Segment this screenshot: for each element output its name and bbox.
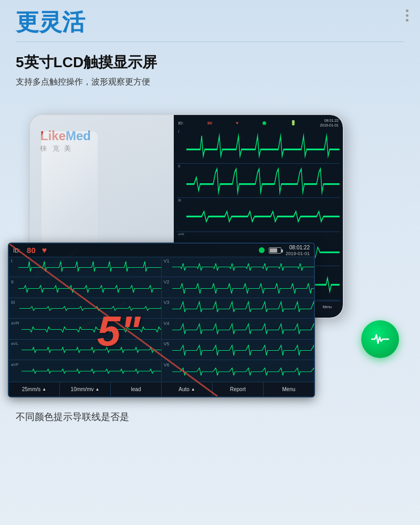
ecg-time-display: 08:01:22 2019-01-01 [286,244,310,257]
bottom-text-section: 不同颜色提示导联线是否是 [0,405,420,434]
menu-label: Menu [282,386,295,392]
ecg-row-i: I [9,257,162,277]
ecg-grid: I V1 II V2 III [9,257,314,382]
lead-label-iii: III [178,198,181,202]
top-section: 更灵活 [0,0,420,37]
lead-btn-label: lead [131,386,141,392]
feature-section: 5英寸LCD触摸显示屏 支持多点触控操作，波形观察更方便 [0,52,420,96]
ecg-time: 08:01:22 [286,244,310,251]
lead-avr-label: aVR [11,321,19,326]
report-label: Report [230,386,246,392]
device-area: LikeMed 徕 克 美 ID: 80 ♥ 🔋 08:01:222019-01… [0,101,420,405]
lead-label-avr: aVR [178,233,184,236]
ecg-date: 2019-01-01 [286,251,310,257]
lead-avf-wave [22,361,162,381]
ecg-bpm-value: 80 [27,246,36,255]
gain-arrow: ▲ [95,387,99,392]
dot-3 [406,19,408,22]
ecg-row-v2: V2 [162,278,314,298]
size-label: 5" [97,307,140,355]
lead-v6-label: V6 [164,362,170,368]
lead-i-label: I [11,258,13,264]
ecg-row-v6: V6 [162,361,314,381]
toolbar-report-btn[interactable]: Report [213,382,264,396]
ecg-wave-ii [186,164,340,197]
ecg-main-toolbar: 25mm/s ▲ 10mm/mv ▲ lead Auto ▲ Report [9,382,314,396]
lead-v4-wave [172,320,314,339]
small-heart: ♥ [236,121,239,125]
ecg-id-label: ID: [13,247,20,254]
speed-arrow: ▲ [42,387,46,392]
gain-label: 10mm/mv [71,386,94,392]
feature-title: 5英寸LCD触摸显示屏 [16,52,404,72]
ecg-header-right: 08:01:22 2019-01-01 [259,244,310,257]
lead-v5-label: V5 [164,341,170,346]
lead-v6-wave [172,361,314,381]
lead-avl-wave [22,340,162,360]
dot-2 [406,14,408,17]
small-ecg-row-1: I [177,129,340,163]
ecg-row-v5: V5 [162,340,314,360]
toolbar-auto-btn[interactable]: Auto ▲ [162,382,213,396]
ecg-row-v3: V3 [162,299,314,319]
page-title: 更灵活 [16,9,404,35]
ecg-header: ID: 80 ♥ 08:01:22 2019-01-01 [9,244,314,257]
lead-v3-wave [172,299,314,318]
lead-avf-label: aVF [11,362,19,367]
lead-label-i: I [178,130,179,133]
lead-v1-wave [172,257,314,277]
small-ecg-row-3: III [177,198,340,232]
toolbar-speed-btn[interactable]: 25mm/s ▲ [9,382,60,396]
lead-i-wave [18,257,162,277]
ecg-heart-icon: ♥ [42,246,47,255]
speed-label: 25mm/s [22,386,41,392]
toolbar-lead-btn[interactable]: lead [111,382,162,396]
ecg-wave-i [186,129,340,163]
heartbeat-icon [371,330,390,349]
small-battery: 🔋 [290,120,296,125]
auto-label: Auto [178,386,190,392]
page-wrapper: 更灵活 5英寸LCD触摸显示屏 支持多点触控操作，波形观察更方便 LikeMed… [0,0,420,525]
ecg-row-avf: aVF [9,361,162,381]
small-ecg-row-2: II [177,164,340,198]
ecg-header-left: ID: 80 ♥ [13,246,47,255]
lead-avl-label: aVL [11,341,18,346]
lead-v2-wave [172,278,314,298]
lead-v3-label: V3 [164,300,170,305]
dot-1 [406,9,408,12]
lead-v1-label: V1 [164,258,170,264]
lead-label-ii: II [178,164,180,168]
small-ecg-header: ID: 80 ♥ 🔋 08:01:222019-01-01 [176,117,341,129]
lead-ii-label: II [11,279,14,285]
action-button[interactable] [361,320,399,358]
lead-v4-label: V4 [164,321,170,326]
toolbar-menu-btn[interactable]: Menu [264,382,314,396]
lead-ii-wave [18,278,162,298]
small-green-dot [262,121,266,125]
small-btn-menu[interactable]: Menu [314,301,341,312]
small-id-label: ID: [178,121,183,125]
ecg-row-v1: V1 [162,257,314,277]
battery-indicator [269,247,281,254]
three-dots-menu[interactable] [406,9,408,22]
toolbar-gain-btn[interactable]: 10mm/mv ▲ [60,382,111,396]
small-time: 08:01:222019-01-01 [320,118,339,128]
feature-subtitle: 支持多点触控操作，波形观察更方便 [16,77,404,88]
lead-iii-label: III [11,300,15,305]
divider [16,41,404,42]
status-green-dot [259,247,265,253]
ecg-wave-iii [186,198,340,232]
small-bpm: 80 [207,121,212,125]
lead-v5-wave [172,340,314,360]
bottom-description: 不同颜色提示导联线是否是 [16,411,404,423]
ecg-row-ii: II [9,278,162,298]
ecg-screen-main: ID: 80 ♥ 08:01:22 2019-01-01 [8,243,315,397]
lead-avr-wave [22,320,162,339]
ecg-row-v4: V4 [162,320,314,340]
lead-v2-label: V2 [164,279,170,285]
auto-arrow: ▲ [191,387,195,392]
